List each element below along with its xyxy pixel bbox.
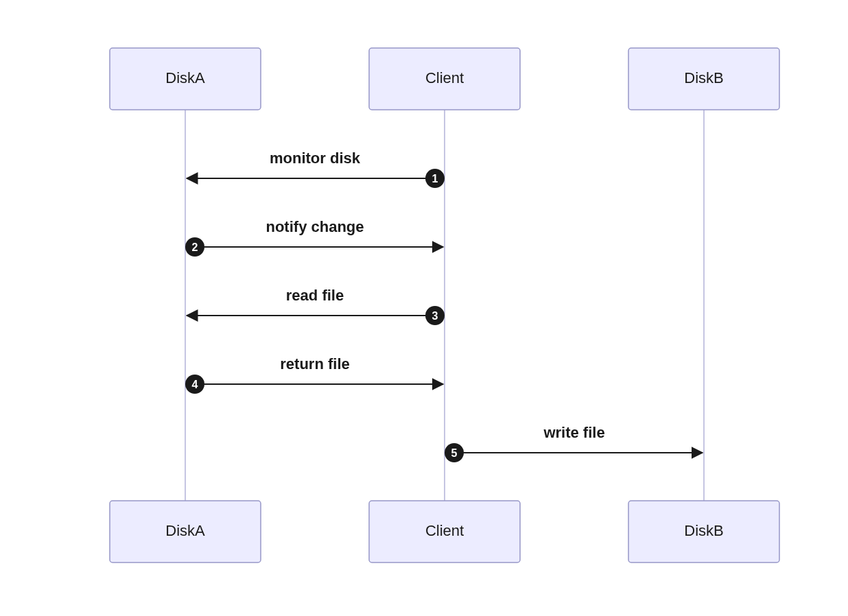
actor-label: Client <box>425 522 464 539</box>
sequence-number: 3 <box>432 310 438 322</box>
actor-label: DiskA <box>165 522 205 539</box>
actor-diskb-bottom: DiskB <box>628 501 779 562</box>
actor-label: Client <box>425 69 464 86</box>
message-1: 1monitor disk <box>187 150 445 188</box>
message-3: 3read file <box>187 287 445 325</box>
message-2: 2notify change <box>185 218 443 257</box>
message-4: 4return file <box>185 355 443 394</box>
sequence-number: 1 <box>432 173 438 185</box>
message-label: notify change <box>266 218 364 235</box>
actor-label: DiskB <box>684 69 723 86</box>
actor-client-bottom: Client <box>369 501 520 562</box>
message-label: monitor disk <box>270 150 361 167</box>
message-5: 5write file <box>445 424 703 462</box>
sequence-number: 2 <box>192 241 198 253</box>
actor-diska-bottom: DiskA <box>110 501 261 562</box>
message-label: write file <box>543 424 604 441</box>
actor-diska-top: DiskA <box>110 48 261 110</box>
sequence-number: 5 <box>451 447 458 459</box>
actor-client-top: Client <box>369 48 520 110</box>
sequence-diagram: DiskAClientDiskB DiskAClientDiskB 1monit… <box>0 0 848 616</box>
actor-diskb-top: DiskB <box>628 48 779 110</box>
actor-label: DiskB <box>684 522 723 539</box>
message-label: return file <box>280 355 349 372</box>
sequence-number: 4 <box>192 379 198 390</box>
message-label: read file <box>286 287 344 304</box>
actor-label: DiskA <box>165 69 205 86</box>
